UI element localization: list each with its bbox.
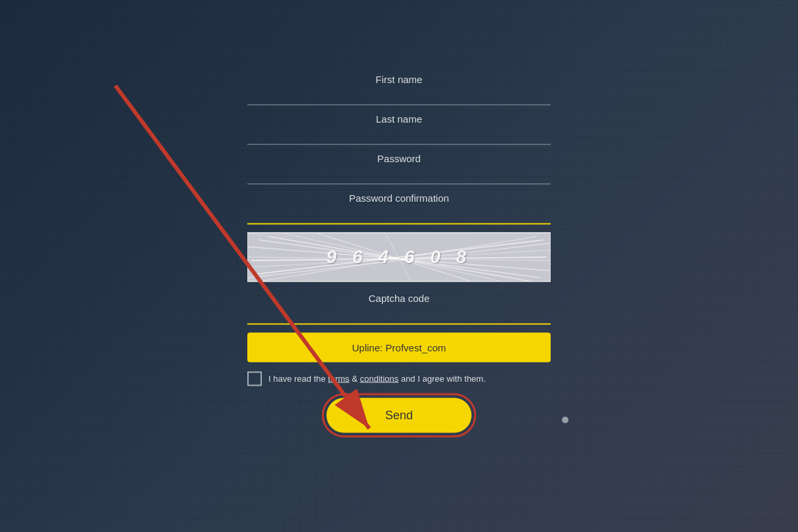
terms-text: I have read the terms & conditions and I… bbox=[268, 374, 486, 384]
captcha-code-field: Captcha code bbox=[247, 292, 551, 324]
terms-checkbox[interactable] bbox=[247, 371, 262, 386]
password-confirmation-input[interactable] bbox=[247, 207, 551, 224]
last-name-field: Last name bbox=[247, 113, 551, 144]
captcha-code-label: Captcha code bbox=[247, 292, 551, 303]
registration-form: First name Last name Password Password c… bbox=[247, 73, 551, 432]
terms-text-after: and I agree with them. bbox=[398, 374, 485, 384]
last-name-input[interactable] bbox=[247, 128, 551, 144]
terms-link[interactable]: terms bbox=[328, 374, 350, 384]
captcha-characters: 9 6 4 6 0 8 bbox=[326, 247, 472, 268]
conditions-link[interactable]: conditions bbox=[360, 374, 399, 384]
first-name-field: First name bbox=[247, 73, 551, 105]
last-name-label: Last name bbox=[247, 113, 551, 124]
first-name-label: First name bbox=[247, 73, 551, 84]
password-label: Password bbox=[247, 152, 551, 163]
password-confirmation-label: Password confirmation bbox=[247, 192, 551, 203]
terms-text-between: & bbox=[350, 374, 360, 384]
upline-text: Upline: Profvest_com bbox=[352, 341, 446, 353]
password-field: Password bbox=[247, 152, 551, 184]
indicator-dot bbox=[562, 417, 568, 423]
send-button-wrapper: Send bbox=[326, 398, 472, 432]
terms-row: I have read the terms & conditions and I… bbox=[247, 371, 551, 386]
captcha-image-group: 9 6 4 6 0 8 bbox=[247, 232, 551, 284]
first-name-input[interactable] bbox=[247, 88, 551, 105]
captcha-code-input[interactable] bbox=[247, 307, 551, 324]
terms-text-before: I have read the bbox=[268, 374, 328, 384]
send-button[interactable]: Send bbox=[326, 398, 472, 432]
password-confirmation-field: Password confirmation bbox=[247, 192, 551, 224]
upline-box: Upline: Profvest_com bbox=[247, 332, 551, 362]
captcha-image: 9 6 4 6 0 8 bbox=[247, 232, 551, 281]
password-input[interactable] bbox=[247, 167, 551, 184]
